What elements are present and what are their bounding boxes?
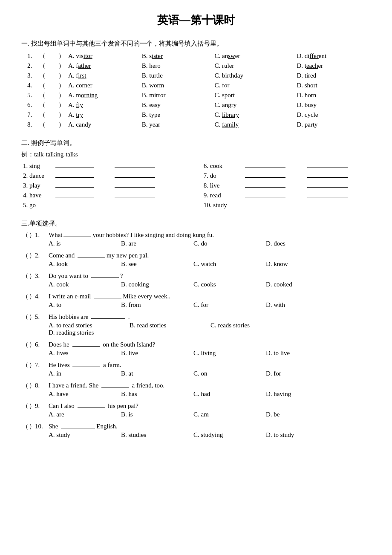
mc-close-paren: ） [29,272,35,280]
option-b: B. worm [129,81,202,90]
option-d: D. short [284,81,368,90]
mc-option: D. to live [266,350,338,357]
mc-item: （ ） 3. Do you want to ? A. cookB. cookin… [21,272,371,288]
wf-blank2-left [113,171,178,181]
mc-close-paren: ） [29,361,35,369]
mc-item: （ ） 9. Can I also his pen pal? A. areB. … [21,402,371,418]
mc-question-text: Come and my new pen pal. [49,252,149,259]
mc-option: A. study [49,431,121,439]
wf-blank2-left [113,200,178,210]
answer-paren: （ ） [37,90,66,100]
mc-options-row: A. cookB. cookingC. cooksD. cooked [49,281,371,288]
wf-row: 5. go 10. study [21,200,371,210]
option-d: D. busy [284,100,368,110]
option-c: C. ruler [202,61,284,71]
mc-question-text: Whatyour hobbies? I like singing and doi… [49,231,214,239]
mc-option: D. be [266,411,338,418]
mc-close-paren: ） [29,382,35,390]
mc-option: A. in [49,370,121,377]
mc-q-num: 6. [35,341,49,348]
row-num: 8. [26,120,37,130]
mc-option: B. is [121,411,193,418]
mc-option: B. see [121,260,193,268]
mc-option: B. are [121,240,193,247]
mc-open-paren: （ [21,251,29,260]
option-c: C. angry [202,100,284,110]
option-b: B. type [129,110,202,120]
wf-blank2-right [306,181,371,191]
mc-option: A. to [49,301,121,309]
mc-option: A. cook [49,281,121,288]
wf-row: 3. play 8. live [21,181,371,191]
phonetics-row: 1. （ ） A. visitor B. sister C. answer D.… [26,51,368,61]
mc-option: D. for [266,370,338,377]
option-a: A. first [66,71,129,81]
mc-options-row: A. to read storiesB. read storiesC. read… [49,322,371,336]
mc-open-paren: （ [21,422,29,431]
phonetics-row: 2. （ ） A. father B. hero C. ruler D. tea… [26,61,368,71]
mc-options-row: A. studyB. studiesC. studyingD. to study [49,431,371,439]
answer-paren: （ ） [37,100,66,110]
option-c: C. sport [202,90,284,100]
row-num: 7. [26,110,37,120]
answer-paren: （ ） [37,81,66,90]
wf-num-left: 4. have [21,191,54,200]
wf-blank2-left [113,161,178,171]
section1-title: 一. 找出每组单词中与其他三个发音不同的一个，将其编号填入括号里。 [21,40,371,48]
option-d: D. tired [284,71,368,81]
answer-paren: （ ） [37,61,66,71]
mc-section: （ ） 1. Whatyour hobbies? I like singing … [21,231,371,439]
option-d: D. teacher [284,61,368,71]
wf-blank1-left [54,161,113,171]
wf-blank1-right [243,191,306,200]
mc-close-paren: ） [29,313,35,321]
phonetics-row: 8. （ ） A. candy B. year C. family D. par… [26,120,368,130]
option-a: A. fly [66,100,129,110]
mc-item: （ ） 2. Come and my new pen pal. A. lookB… [21,251,371,268]
mc-option: D. know [266,260,338,268]
option-c: C. birthday [202,71,284,81]
mc-open-paren: （ [21,313,29,321]
wf-blank1-left [54,181,113,191]
wf-blank1-left [54,200,113,210]
mc-close-paren: ） [29,231,35,239]
mc-option: C. on [193,370,266,377]
wf-blank2-right [306,171,371,181]
mc-option: D. with [266,301,338,309]
word-forms-table: 1. sing 6. cook 2. dance 7. do 3. play 8… [21,161,371,210]
mc-close-paren: ） [29,422,35,431]
phonetics-row: 6. （ ） A. fly B. easy C. angry D. busy [26,100,368,110]
mc-options-row: A. isB. areC. doD. does [49,240,371,247]
mc-open-paren: （ [21,341,29,349]
mc-question-row: （ ） 3. Do you want to ? [21,272,371,280]
mc-option: A. to read stories [49,322,130,329]
wf-blank1-right [243,171,306,181]
row-num: 1. [26,51,37,61]
wf-num-left: 1. sing [21,161,54,171]
mc-item: （ ） 10. She English. A. studyB. studiesC… [21,422,371,439]
mc-q-num: 8. [35,382,49,389]
answer-paren: （ ） [37,71,66,81]
option-a: A. visitor [66,51,129,61]
mc-open-paren: （ [21,272,29,280]
option-b: B. turtle [129,71,202,81]
mc-option: D. cooked [266,281,338,288]
wf-num-left: 5. go [21,200,54,210]
section3-title: 三.单项选择。 [21,220,371,228]
mc-item: （ ） 4. I write an e-mail Mike every week… [21,292,371,309]
wf-blank2-right [306,200,371,210]
mc-question-row: （ ） 2. Come and my new pen pal. [21,251,371,260]
wf-blank1-right [243,181,306,191]
wf-blank1-left [54,171,113,181]
answer-paren: （ ） [37,110,66,120]
option-b: B. mirror [129,90,202,100]
mc-option: A. look [49,260,121,268]
mc-q-num: 3. [35,272,49,280]
section-2: 二. 照例子写单词。 例：talk-talking-talks 1. sing … [21,139,371,210]
phonetics-row: 7. （ ） A. try B. type C. library D. cycl… [26,110,368,120]
wf-num-right: 9. read [202,191,243,200]
mc-open-paren: （ [21,402,29,410]
mc-item: （ ） 6. Does he on the South Island? A. l… [21,341,371,357]
mc-option: A. is [49,240,121,247]
option-b: B. year [129,120,202,130]
